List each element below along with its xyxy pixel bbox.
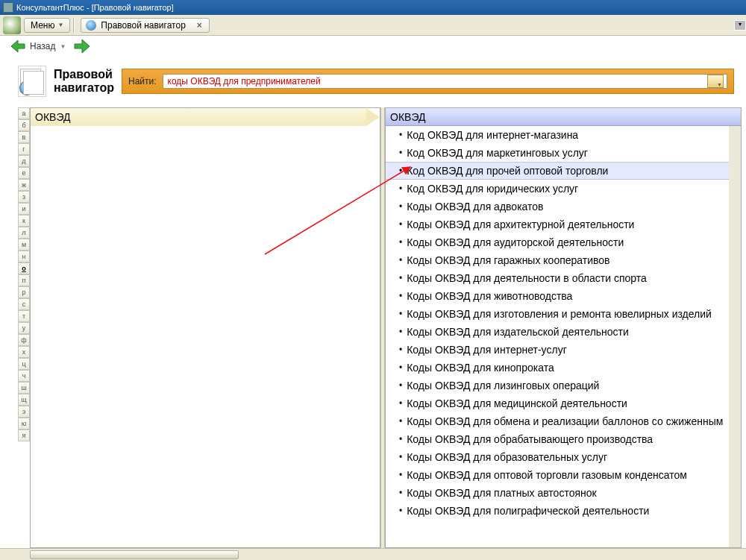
vertical-scrollbar[interactable]: [729, 126, 741, 547]
alpha-в[interactable]: в: [18, 131, 30, 143]
list-item[interactable]: •Коды ОКВЭД для образовательных услуг: [386, 448, 729, 466]
list-item[interactable]: •Код ОКВЭД для прочей оптовой торговли: [386, 162, 729, 180]
bullet-icon: •: [399, 362, 402, 373]
bullet-icon: •: [399, 148, 402, 158]
list-item[interactable]: •Коды ОКВЭД для гаражных кооперативов: [386, 251, 729, 269]
list-item[interactable]: •Коды ОКВЭД для изготовления и ремонта ю…: [386, 305, 729, 323]
forward-button[interactable]: [73, 38, 91, 54]
list-item-label: Код ОКВЭД для маркетинговых услуг: [407, 147, 588, 159]
list-item[interactable]: •Коды ОКВЭД для обмена и реализации балл…: [386, 412, 729, 430]
bullet-icon: •: [399, 416, 402, 427]
search-label: Найти:: [128, 76, 157, 86]
page-title-line2: навигатор: [54, 81, 114, 95]
alpha-щ[interactable]: щ: [18, 394, 30, 406]
list-item[interactable]: •Коды ОКВЭД для архитектурной деятельнос…: [386, 215, 729, 233]
list-item[interactable]: •Коды ОКВЭД для издательской деятельност…: [386, 323, 729, 341]
menu-label: Меню: [31, 20, 54, 31]
back-button[interactable]: [10, 40, 25, 53]
content: Правовой навигатор Найти: ▼ абвгдежзиклм…: [0, 57, 746, 548]
list-item[interactable]: •Коды ОКВЭД для оптовой торговли газовым…: [386, 466, 729, 484]
list-item[interactable]: •Коды ОКВЭД для лизинговых операций: [386, 377, 729, 394]
menu-button[interactable]: Меню ▼: [24, 18, 70, 33]
alpha-э[interactable]: э: [18, 406, 30, 418]
alpha-д[interactable]: д: [18, 155, 30, 167]
titlebar: КонсультантПлюс - [Правовой навигатор]: [0, 0, 746, 15]
list-item[interactable]: •Коды ОКВЭД для интернет-услуг: [386, 341, 729, 359]
bullet-icon: •: [399, 219, 402, 230]
header-row: Правовой навигатор Найти: ▼: [18, 66, 742, 97]
bullet-icon: •: [399, 345, 402, 355]
alpha-ц[interactable]: ц: [18, 358, 30, 370]
alpha-о[interactable]: о: [18, 262, 30, 274]
page-title: Правовой навигатор: [54, 68, 114, 95]
list-item[interactable]: •Коды ОКВЭД для адвокатов: [386, 198, 729, 215]
list-item-label: Коды ОКВЭД для интернет-услуг: [407, 344, 567, 356]
bullet-icon: •: [399, 201, 402, 212]
left-pane-header[interactable]: ОКВЭД: [31, 108, 380, 126]
dropdown-button[interactable]: ▾: [734, 20, 746, 31]
list-item[interactable]: •Коды ОКВЭД для деятельности в области с…: [386, 269, 729, 287]
list-item[interactable]: •Коды ОКВЭД для обрабатывающего производ…: [386, 430, 729, 448]
list-item[interactable]: •Коды ОКВЭД для платных автостоянок: [386, 484, 729, 502]
alpha-т[interactable]: т: [18, 310, 30, 322]
alpha-б[interactable]: б: [18, 119, 30, 131]
alpha-ф[interactable]: ф: [18, 334, 30, 346]
alpha-ч[interactable]: ч: [18, 370, 30, 382]
panes: абвгдежзиклмнопрстуфхцчшщэюя ОКВЭД ОКВЭД…: [18, 107, 742, 548]
list-item-label: Коды ОКВЭД для архитектурной деятельност…: [407, 218, 634, 230]
alpha-ж[interactable]: ж: [18, 179, 30, 191]
bullet-icon: •: [399, 255, 402, 265]
left-pane-body: [31, 126, 380, 547]
navigator-icon: [86, 20, 96, 31]
list-item[interactable]: •Код ОКВЭД для юридических услуг: [386, 180, 729, 198]
alpha-л[interactable]: л: [18, 227, 30, 239]
scrollbar-thumb[interactable]: [30, 550, 239, 559]
list-item[interactable]: •Код ОКВЭД для интернет-магазина: [386, 126, 729, 144]
alpha-р[interactable]: р: [18, 286, 30, 298]
alpha-м[interactable]: м: [18, 239, 30, 251]
alpha-с[interactable]: с: [18, 298, 30, 310]
list-item-label: Коды ОКВЭД для полиграфической деятельно…: [407, 505, 649, 517]
alpha-е[interactable]: е: [18, 167, 30, 179]
bullet-icon: •: [399, 183, 402, 194]
bullet-icon: •: [399, 452, 402, 462]
list-item[interactable]: •Коды ОКВЭД для животноводства: [386, 287, 729, 305]
alpha-у[interactable]: у: [18, 322, 30, 334]
alpha-х[interactable]: х: [18, 346, 30, 358]
list-item-label: Коды ОКВЭД для животноводства: [407, 290, 572, 302]
list-item-label: Коды ОКВЭД для кинопроката: [407, 362, 554, 374]
chevron-down-icon: ▼: [57, 22, 63, 28]
search-dropdown-button[interactable]: ▼: [707, 75, 724, 88]
bullet-icon: •: [399, 506, 402, 516]
alpha-з[interactable]: з: [18, 191, 30, 203]
page-title-line1: Правовой: [54, 68, 114, 81]
left-pane: ОКВЭД: [30, 107, 380, 548]
right-pane-body: •Код ОКВЭД для интернет-магазина•Код ОКВ…: [386, 126, 729, 547]
alpha-ш[interactable]: ш: [18, 382, 30, 394]
alpha-и[interactable]: и: [18, 203, 30, 215]
horizontal-scrollbar[interactable]: [0, 548, 746, 560]
bullet-icon: •: [399, 380, 402, 391]
list-item[interactable]: •Код ОКВЭД для маркетинговых услуг: [386, 144, 729, 162]
list-item-label: Код ОКВЭД для интернет-магазина: [407, 129, 578, 141]
alpha-п[interactable]: п: [18, 274, 30, 286]
search-input[interactable]: [166, 75, 707, 87]
alpha-г[interactable]: г: [18, 143, 30, 155]
list-item[interactable]: •Коды ОКВЭД для аудиторской деятельности: [386, 233, 729, 251]
tab-close-button[interactable]: ×: [195, 20, 204, 31]
back-dropdown-icon[interactable]: ▼: [60, 43, 66, 50]
alpha-я[interactable]: я: [18, 430, 30, 441]
list-item[interactable]: •Коды ОКВЭД для кинопроката: [386, 359, 729, 377]
bullet-icon: •: [399, 273, 402, 283]
left-pane-title: ОКВЭД: [35, 111, 70, 123]
window-controls: ▾: [733, 20, 746, 31]
alpha-а[interactable]: а: [18, 107, 30, 119]
list-item[interactable]: •Коды ОКВЭД для полиграфической деятельн…: [386, 502, 729, 520]
alpha-к[interactable]: к: [18, 215, 30, 227]
tab-navigator[interactable]: Правовой навигатор ×: [81, 18, 209, 33]
bullet-icon: •: [399, 166, 402, 176]
alpha-ю[interactable]: ю: [18, 418, 30, 430]
list-item[interactable]: •Коды ОКВЭД для медицинской деятельности: [386, 394, 729, 412]
alpha-н[interactable]: н: [18, 251, 30, 262]
list-item-label: Коды ОКВЭД для медицинской деятельности: [407, 397, 627, 409]
